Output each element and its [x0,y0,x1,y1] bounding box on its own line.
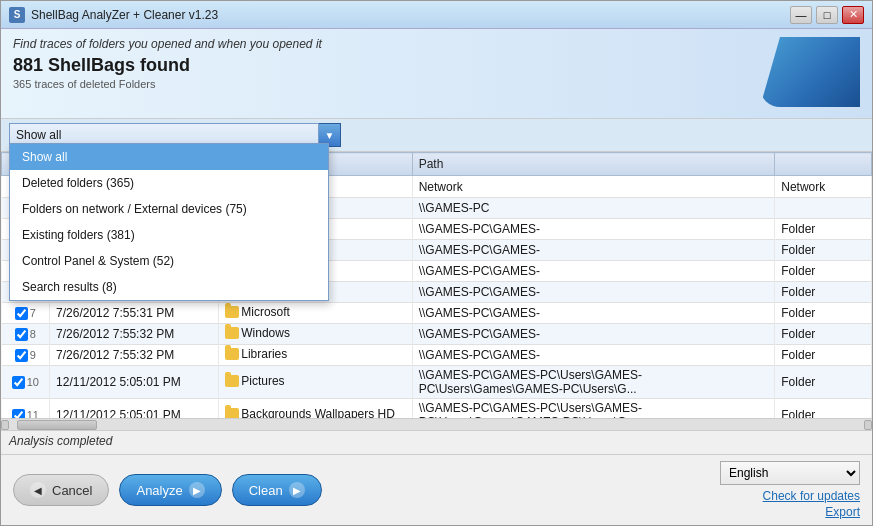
table-row: 97/26/2012 7:55:32 PM Libraries\\GAMES-P… [2,345,872,366]
row-folder: Microsoft [219,303,412,324]
filter-option-show-all[interactable]: Show all [10,144,328,170]
folder-name: Libraries [241,347,287,361]
row-type: Folder [775,261,872,282]
row-type: Folder [775,303,872,324]
bottom-bar: ◀ Cancel Analyze ▶ Clean ▶ English Check… [1,454,872,525]
analyze-arrow-icon: ▶ [189,482,205,498]
folder-name: Pictures [241,374,284,388]
filter-option-existing[interactable]: Existing folders (381) [10,222,328,248]
clean-button[interactable]: Clean ▶ [232,474,322,506]
row-num-cell: 8 [2,324,50,345]
row-path: \\GAMES-PC\GAMES- [412,324,775,345]
row-num-cell: 10 [2,366,50,399]
header-count: 365 traces of deleted Folders [13,78,740,90]
clean-label: Clean [249,483,283,498]
horizontal-scrollbar[interactable] [1,418,872,430]
header-right [740,37,860,107]
row-path: \\GAMES-PC\GAMES- [412,261,775,282]
decorative-banner [760,37,860,107]
header-subtitle: Find traces of folders you opened and wh… [13,37,740,51]
clean-arrow-icon: ▶ [289,482,305,498]
row-visited: 12/11/2012 5:05:01 PM [50,366,219,399]
row-type: Folder [775,219,872,240]
folder-icon [225,408,239,418]
row-checkbox[interactable] [15,328,28,341]
check-updates-link[interactable]: Check for updates [763,489,860,503]
row-path: \\GAMES-PC\GAMES-PC\Users\GAMES-PC\Users… [412,366,775,399]
row-number: 11 [27,409,39,418]
filter-dropdown-popup: Show all Deleted folders (365) Folders o… [9,143,329,301]
row-folder: Pictures [219,366,412,399]
row-number: 9 [30,349,36,361]
row-path: Network [412,176,775,198]
row-folder: Windows [219,324,412,345]
analyze-button[interactable]: Analyze ▶ [119,474,221,506]
header-title: 881 ShellBags found [13,55,740,76]
cancel-label: Cancel [52,483,92,498]
row-visited: 7/26/2012 7:55:31 PM [50,303,219,324]
row-checkbox[interactable] [12,376,25,389]
row-num-cell: 9 [2,345,50,366]
title-controls: — □ ✕ [790,6,864,24]
filter-row: Show all ▼ Show all Deleted folders (365… [1,119,872,151]
row-type: Folder [775,345,872,366]
table-row: 1112/11/2012 5:05:01 PM Backgrounds Wall… [2,399,872,419]
main-window: S ShellBag AnalyZer + Cleaner v1.23 — □ … [0,0,873,526]
title-bar: S ShellBag AnalyZer + Cleaner v1.23 — □ … [1,1,872,29]
table-row: 1012/11/2012 5:05:01 PM Pictures\\GAMES-… [2,366,872,399]
row-type: Folder [775,399,872,419]
folder-name: Windows [241,326,290,340]
row-folder: Backgrounds Wallpapers HD [219,399,412,419]
bottom-buttons: ◀ Cancel Analyze ▶ Clean ▶ [13,474,322,506]
filter-option-network[interactable]: Folders on network / External devices (7… [10,196,328,222]
row-type [775,198,872,219]
row-visited: 12/11/2012 5:05:01 PM [50,399,219,419]
row-type: Folder [775,324,872,345]
window-title: ShellBag AnalyZer + Cleaner v1.23 [31,8,218,22]
row-type: Folder [775,366,872,399]
close-button[interactable]: ✕ [842,6,864,24]
filter-option-control-panel[interactable]: Control Panel & System (52) [10,248,328,274]
header-left: Find traces of folders you opened and wh… [13,37,740,90]
language-selector-wrapper: English [720,461,860,485]
row-path: \\GAMES-PC\GAMES- [412,303,775,324]
app-icon: S [9,7,25,23]
col-header-type [775,153,872,176]
row-path: \\GAMES-PC\GAMES- [412,282,775,303]
folder-name: Backgrounds Wallpapers HD [241,407,395,418]
analyze-label: Analyze [136,483,182,498]
row-checkbox[interactable] [12,409,25,419]
export-link[interactable]: Export [825,505,860,519]
folder-icon [225,348,239,360]
scrollbar-thumb[interactable] [17,420,97,430]
row-checkbox[interactable] [15,307,28,320]
row-number: 8 [30,328,36,340]
row-path: \\GAMES-PC\GAMES- [412,345,775,366]
language-select[interactable]: English [720,461,860,485]
maximize-button[interactable]: □ [816,6,838,24]
row-number: 7 [30,307,36,319]
bottom-links: Check for updates Export [763,489,860,519]
table-row: 87/26/2012 7:55:32 PM Windows\\GAMES-PC\… [2,324,872,345]
table-row: 77/26/2012 7:55:31 PM Microsoft\\GAMES-P… [2,303,872,324]
row-num-cell: 11 [2,399,50,419]
bottom-right: English Check for updates Export [720,461,860,519]
row-number: 10 [27,376,39,388]
row-path: \\GAMES-PC\GAMES- [412,240,775,261]
row-type: Folder [775,240,872,261]
filter-option-deleted[interactable]: Deleted folders (365) [10,170,328,196]
row-type: Network [775,176,872,198]
status-text: Analysis completed [9,434,112,448]
status-bar: Analysis completed [1,430,872,454]
row-folder: Libraries [219,345,412,366]
folder-icon [225,306,239,318]
filter-option-search[interactable]: Search results (8) [10,274,328,300]
row-path: \\GAMES-PC\GAMES- [412,219,775,240]
header-area: Find traces of folders you opened and wh… [1,29,872,119]
row-checkbox[interactable] [15,349,28,362]
row-num-cell: 7 [2,303,50,324]
minimize-button[interactable]: — [790,6,812,24]
cancel-button[interactable]: ◀ Cancel [13,474,109,506]
row-path: \\GAMES-PC [412,198,775,219]
title-bar-left: S ShellBag AnalyZer + Cleaner v1.23 [9,7,218,23]
